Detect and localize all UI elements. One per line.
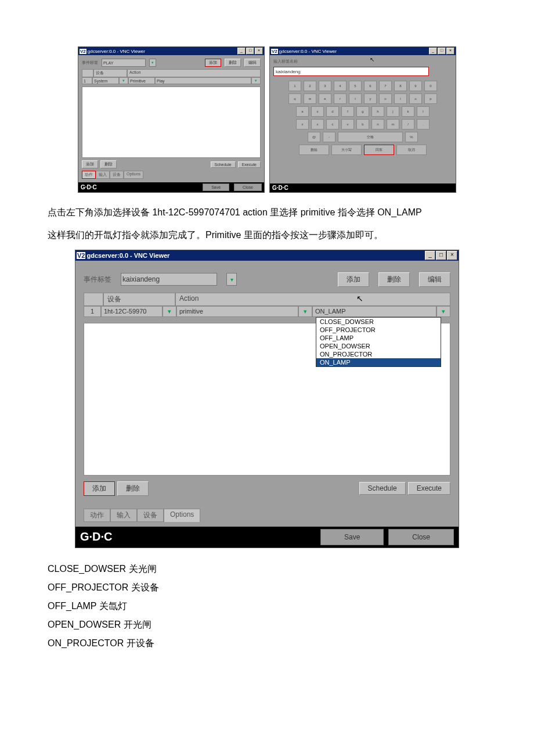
key-dash[interactable]: - bbox=[323, 132, 335, 142]
edit-button[interactable]: 编辑 bbox=[419, 272, 450, 287]
key-u[interactable]: u bbox=[379, 93, 392, 104]
dropdown-icon[interactable]: ▾ bbox=[163, 306, 176, 317]
tab-input[interactable]: 输入 bbox=[110, 509, 137, 522]
command-cell[interactable]: ON_LAMP bbox=[312, 306, 436, 317]
dropdown-icon[interactable]: ▾ bbox=[119, 77, 128, 84]
key-i[interactable]: i bbox=[394, 93, 407, 104]
key-4[interactable]: 4 bbox=[334, 81, 347, 91]
dropdown-icon[interactable]: ▾ bbox=[298, 306, 312, 317]
maximize-button[interactable]: □ bbox=[246, 48, 254, 55]
key-z[interactable]: z bbox=[296, 119, 309, 129]
minimize-button[interactable]: _ bbox=[429, 48, 437, 55]
key-h[interactable]: h bbox=[371, 106, 384, 117]
key-l[interactable]: l bbox=[417, 106, 430, 117]
dropdown-option[interactable]: OFF_PROJECTOR bbox=[316, 326, 441, 334]
table-row[interactable]: 1 System ▾ Primitive Play ▾ bbox=[82, 77, 261, 84]
key-5[interactable]: 5 bbox=[349, 81, 362, 91]
close-button[interactable]: Close bbox=[234, 183, 262, 191]
key-8[interactable]: 8 bbox=[394, 81, 407, 91]
key-/[interactable]: / bbox=[402, 119, 414, 129]
maximize-button[interactable]: □ bbox=[436, 251, 446, 260]
key-b[interactable]: b bbox=[356, 119, 369, 129]
key-y[interactable]: y bbox=[364, 93, 377, 104]
key-at[interactable]: @ bbox=[308, 132, 320, 142]
key-x[interactable]: x bbox=[311, 119, 324, 129]
key-w[interactable]: w bbox=[304, 93, 316, 104]
event-dropdown-icon[interactable]: ▾ bbox=[226, 273, 237, 286]
delete-button[interactable]: 删除 bbox=[225, 59, 241, 67]
label-name-input[interactable]: kaixiandeng bbox=[273, 67, 429, 76]
tab-options[interactable]: Options bbox=[124, 171, 143, 179]
key-6[interactable]: 6 bbox=[364, 81, 377, 91]
command-dropdown-list[interactable]: CLOSE_DOWSEROFF_PROJECTOROFF_LAMPOPEN_DO… bbox=[316, 317, 441, 367]
action-type-cell[interactable]: primitive bbox=[176, 306, 298, 317]
key-space[interactable]: 空格 bbox=[338, 132, 403, 142]
tab-device[interactable]: 设备 bbox=[110, 171, 124, 179]
edit-button[interactable]: 编辑 bbox=[244, 59, 261, 67]
key-n[interactable]: n bbox=[371, 119, 384, 129]
key-k[interactable]: k bbox=[402, 106, 414, 117]
tab-action[interactable]: 动作 bbox=[84, 509, 110, 522]
key-0[interactable]: 0 bbox=[424, 81, 437, 91]
add-button[interactable]: 添加 bbox=[338, 272, 369, 287]
delete-button-2[interactable]: 删除 bbox=[100, 160, 117, 168]
key-g[interactable]: g bbox=[356, 106, 369, 117]
schedule-button[interactable]: Schedule bbox=[211, 161, 236, 168]
dropdown-option[interactable]: OPEN_DOWSER bbox=[316, 342, 441, 350]
key-7[interactable]: 7 bbox=[379, 81, 392, 91]
close-button[interactable]: Close bbox=[388, 529, 454, 545]
dropdown-option[interactable]: OFF_LAMP bbox=[316, 334, 441, 342]
kbd-enter-button[interactable]: 回车 bbox=[364, 145, 394, 155]
key-d[interactable]: d bbox=[326, 106, 339, 117]
execute-button[interactable]: Execute bbox=[238, 161, 261, 168]
key-1[interactable]: 1 bbox=[288, 81, 301, 91]
dropdown-icon[interactable]: ▾ bbox=[436, 306, 450, 317]
kbd-case-button[interactable]: 大小写 bbox=[331, 145, 362, 155]
minimize-button[interactable]: _ bbox=[237, 48, 246, 55]
dropdown-option[interactable]: ON_LAMP bbox=[316, 358, 441, 366]
delete-button[interactable]: 删除 bbox=[378, 272, 410, 287]
device-cell[interactable]: 1ht-12C-59970 bbox=[101, 306, 163, 317]
save-button[interactable]: Save bbox=[320, 529, 384, 545]
event-value-select[interactable]: kaixiandeng bbox=[121, 273, 217, 286]
key-a[interactable]: a bbox=[296, 106, 309, 117]
tab-input[interactable]: 输入 bbox=[96, 171, 110, 179]
key-m[interactable]: m bbox=[387, 119, 399, 129]
maximize-button[interactable]: □ bbox=[438, 48, 446, 55]
key-s[interactable]: s bbox=[311, 106, 324, 117]
key-j[interactable]: j bbox=[387, 106, 399, 117]
key-t[interactable]: t bbox=[349, 93, 362, 104]
minimize-button[interactable]: _ bbox=[425, 251, 435, 260]
close-window-button[interactable]: × bbox=[255, 48, 263, 55]
tab-device[interactable]: 设备 bbox=[137, 509, 164, 522]
kbd-delete-button[interactable]: 删除 bbox=[299, 145, 329, 155]
add-button-2[interactable]: 添加 bbox=[82, 160, 98, 168]
close-window-button[interactable]: × bbox=[446, 48, 454, 55]
tab-options[interactable]: Options bbox=[164, 509, 200, 522]
tab-action[interactable]: 动作 bbox=[82, 171, 96, 179]
event-dropdown-icon[interactable]: ▾ bbox=[149, 59, 156, 67]
add-button[interactable]: 添加 bbox=[205, 59, 221, 67]
key-q[interactable]: q bbox=[288, 93, 301, 104]
execute-button[interactable]: Execute bbox=[408, 482, 450, 495]
add-button-2[interactable]: 添加 bbox=[84, 481, 115, 496]
dropdown-option[interactable]: CLOSE_DOWSER bbox=[316, 318, 441, 326]
key-r[interactable]: r bbox=[334, 93, 347, 104]
dropdown-icon[interactable]: ▾ bbox=[251, 77, 261, 84]
key-3[interactable]: 3 bbox=[319, 81, 331, 91]
key-2[interactable]: 2 bbox=[304, 81, 316, 91]
schedule-button[interactable]: Schedule bbox=[359, 482, 406, 495]
key-v[interactable]: v bbox=[341, 119, 354, 129]
event-value-select[interactable]: PLAY bbox=[102, 59, 146, 67]
key-e[interactable]: e bbox=[319, 93, 331, 104]
key-o[interactable]: o bbox=[409, 93, 422, 104]
dropdown-option[interactable]: ON_PROJECTOR bbox=[316, 350, 441, 358]
kbd-cancel-button[interactable]: 取消 bbox=[396, 145, 427, 155]
save-button[interactable]: Save bbox=[203, 183, 229, 191]
close-window-button[interactable]: × bbox=[447, 251, 457, 260]
key-c[interactable]: c bbox=[326, 119, 339, 129]
table-row[interactable]: 1 1ht-12C-59970 ▾ primitive ▾ ON_LAMP ▾ bbox=[84, 306, 450, 317]
key-percent[interactable]: % bbox=[405, 132, 418, 142]
key-f[interactable]: f bbox=[341, 106, 354, 117]
delete-button-2[interactable]: 删除 bbox=[117, 481, 149, 496]
